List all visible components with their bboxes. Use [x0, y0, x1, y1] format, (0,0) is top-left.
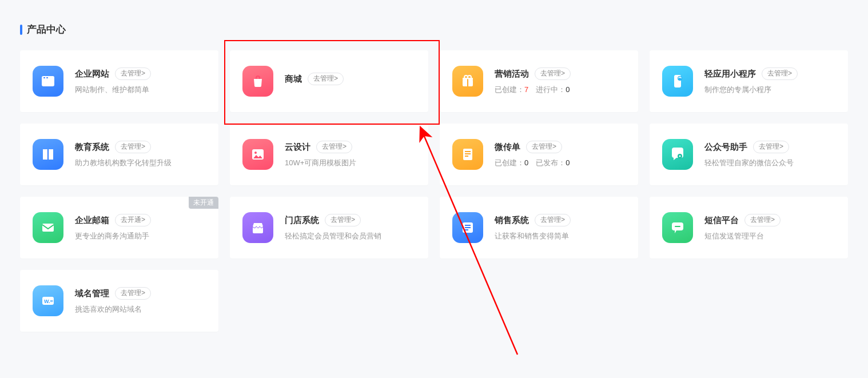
- manage-button[interactable]: 去管理>: [535, 214, 571, 226]
- svg-rect-15: [465, 151, 471, 152]
- gift-icon: [452, 66, 483, 97]
- stat-label: 已创建：: [495, 85, 524, 94]
- stat-label: 已创建：: [495, 158, 524, 167]
- card-title: 微传单: [495, 142, 520, 153]
- card-body: 企业网站去管理>网站制作、维护都简单: [75, 67, 207, 95]
- svg-rect-2: [43, 77, 45, 78]
- card-title: 企业邮箱: [75, 215, 109, 226]
- product-card-sms[interactable]: 短信平台去管理>短信发送管理平台: [650, 197, 848, 258]
- manage-button[interactable]: 去管理>: [753, 141, 789, 153]
- card-subtitle: 助力教培机构数字化转型升级: [75, 158, 207, 168]
- manage-button[interactable]: 去管理>: [535, 67, 571, 80]
- card-head: 门店系统去管理>: [285, 214, 417, 226]
- manage-button[interactable]: 去管理>: [744, 214, 781, 226]
- card-subtitle: 轻松管理自家的微信公众号: [704, 158, 837, 168]
- svg-point-10: [678, 76, 682, 81]
- card-head: 短信平台去管理>: [704, 214, 837, 226]
- card-title: 门店系统: [285, 215, 319, 226]
- product-card-mall[interactable]: 商城去管理>: [230, 50, 428, 112]
- card-head: 企业网站去管理>: [75, 67, 207, 80]
- window-icon: [33, 66, 63, 97]
- product-card-mp[interactable]: 公众号助手去管理>轻松管理自家的微信公众号: [650, 124, 848, 185]
- svg-point-8: [468, 75, 471, 79]
- product-card-mail[interactable]: 企业邮箱去开通>更专业的商务沟通助手未开通: [20, 197, 218, 258]
- unopened-badge: 未开通: [189, 197, 218, 209]
- card-body: 营销活动去管理>已创建：7 进行中：0: [495, 67, 627, 95]
- product-card-site[interactable]: 企业网站去管理>网站制作、维护都简单: [20, 50, 218, 112]
- product-card-flyer[interactable]: 微传单去管理>已创建：0 已发布：0: [440, 124, 638, 185]
- card-body: 门店系统去管理>轻松搞定会员管理和会员营销: [285, 214, 417, 241]
- svg-point-19: [679, 156, 681, 157]
- manage-button[interactable]: 去管理>: [325, 214, 361, 226]
- card-title: 域名管理: [75, 288, 109, 299]
- card-head: 云设计去管理>: [285, 141, 417, 153]
- product-grid: 企业网站去管理>网站制作、维护都简单商城去管理>营销活动去管理>已创建：7 进行…: [20, 50, 848, 332]
- svg-rect-23: [465, 227, 471, 228]
- card-body: 轻应用小程序去管理>制作您的专属小程序: [704, 67, 837, 95]
- product-card-design[interactable]: 云设计去管理>10W+可商用模板图片: [230, 124, 428, 185]
- svg-rect-26: [675, 226, 680, 227]
- manage-button[interactable]: 去管理>: [308, 73, 344, 85]
- svg-point-13: [254, 152, 257, 154]
- card-title: 轻应用小程序: [704, 69, 756, 79]
- card-head: 销售系统去管理>: [495, 214, 627, 226]
- manage-button[interactable]: 去管理>: [115, 67, 151, 80]
- stat-value: 0: [566, 158, 570, 167]
- svg-rect-3: [46, 77, 48, 78]
- list-icon: [452, 212, 483, 243]
- manage-button[interactable]: 去管理>: [115, 141, 151, 153]
- card-body: 微传单去管理>已创建：0 已发布：0: [495, 141, 627, 168]
- card-body: 公众号助手去管理>轻松管理自家的微信公众号: [704, 141, 837, 168]
- card-head: 企业邮箱去开通>: [75, 214, 207, 226]
- card-subtitle: 已创建：0 已发布：0: [495, 158, 627, 168]
- product-card-edu[interactable]: 教育系统去管理>助力教培机构数字化转型升级: [20, 124, 218, 185]
- shop-icon: [242, 212, 273, 243]
- card-subtitle: 挑选喜欢的网站域名: [75, 304, 207, 315]
- card-title: 企业网站: [75, 69, 109, 79]
- stat-label: 已发布：: [536, 158, 566, 167]
- card-title: 商城: [285, 74, 302, 85]
- card-subtitle: 已创建：7 进行中：0: [495, 85, 627, 95]
- open-button[interactable]: 去开通>: [115, 214, 151, 226]
- product-card-sales[interactable]: 销售系统去管理>让获客和销售变得简单: [440, 197, 638, 258]
- product-card-domain[interactable]: W.=域名管理去管理>挑选喜欢的网站域名: [20, 270, 218, 332]
- message-icon: [662, 212, 693, 243]
- product-card-store[interactable]: 门店系统去管理>轻松搞定会员管理和会员营销: [230, 197, 428, 258]
- card-subtitle: 更专业的商务沟通助手: [75, 231, 207, 241]
- manage-button[interactable]: 去管理>: [316, 141, 352, 153]
- card-body: 云设计去管理>10W+可商用模板图片: [285, 141, 417, 168]
- svg-rect-24: [465, 229, 468, 230]
- card-head: 营销活动去管理>: [495, 67, 627, 80]
- svg-rect-20: [42, 224, 54, 232]
- card-body: 短信平台去管理>短信发送管理平台: [704, 214, 837, 241]
- section-title-text: 产品中心: [27, 23, 66, 36]
- card-head: 教育系统去管理>: [75, 141, 207, 153]
- card-subtitle: 短信发送管理平台: [704, 231, 837, 241]
- manage-button[interactable]: 去管理>: [526, 141, 562, 153]
- card-title: 营销活动: [495, 69, 529, 79]
- card-subtitle: 让获客和销售变得简单: [495, 231, 627, 241]
- card-body: 商城去管理>: [285, 73, 417, 90]
- card-title: 教育系统: [75, 142, 109, 153]
- manage-button[interactable]: 去管理>: [115, 287, 151, 300]
- card-body: 域名管理去管理>挑选喜欢的网站域名: [75, 287, 207, 315]
- card-subtitle: 网站制作、维护都简单: [75, 85, 207, 95]
- phone-icon: [662, 66, 693, 97]
- svg-rect-17: [465, 156, 468, 157]
- svg-rect-11: [47, 149, 49, 160]
- card-title: 销售系统: [495, 215, 529, 226]
- manage-button[interactable]: 去管理>: [762, 67, 798, 80]
- card-head: 公众号助手去管理>: [704, 141, 837, 153]
- card-body: 销售系统去管理>让获客和销售变得简单: [495, 214, 627, 241]
- svg-rect-16: [465, 153, 471, 154]
- page-icon: [452, 139, 483, 170]
- book-icon: [33, 139, 63, 170]
- image-icon: [242, 139, 273, 170]
- chatgear-icon: [662, 139, 693, 170]
- section-title: 产品中心: [20, 23, 848, 36]
- product-card-marketing[interactable]: 营销活动去管理>已创建：7 进行中：0: [440, 50, 638, 112]
- card-subtitle: 制作您的专属小程序: [704, 85, 837, 95]
- product-card-miniapp[interactable]: 轻应用小程序去管理>制作您的专属小程序: [650, 50, 848, 112]
- card-body: 企业邮箱去开通>更专业的商务沟通助手: [75, 214, 207, 241]
- bag-icon: [242, 66, 273, 97]
